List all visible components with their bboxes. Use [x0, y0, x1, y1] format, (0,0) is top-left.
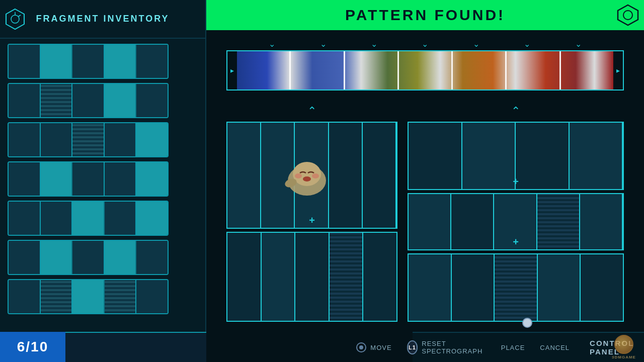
fragment-3-seg-4: [105, 123, 137, 156]
fragment-count-rest: [65, 332, 206, 362]
fragment-2-seg-2: [41, 84, 73, 117]
fragment-4-seg-2: [41, 162, 73, 196]
slot-rt-seg-1: [409, 123, 462, 189]
spec-arrow-4: ⌄: [422, 40, 428, 48]
svg-point-5: [623, 11, 632, 20]
fragment-4-seg-5: [136, 162, 168, 196]
slot-rb-seg-2: [452, 254, 495, 321]
watermark-logo: [614, 335, 633, 354]
slot-left-bottom[interactable]: [226, 232, 397, 322]
fragment-6-seg-5: [136, 241, 168, 274]
fragment-3-seg-5: [136, 123, 168, 156]
slot-lb-seg-3: [295, 233, 330, 321]
move-btn-circle[interactable]: [356, 342, 366, 352]
cancel-control: CANCEL: [540, 344, 570, 351]
fragment-6-seg-1: [9, 241, 41, 274]
slot-lb-seg-2: [262, 233, 296, 321]
slot-right-bottom[interactable]: [408, 253, 624, 322]
svg-point-9: [312, 173, 319, 178]
spec-dividers: [237, 51, 613, 89]
fragment-6-seg-4: [105, 241, 137, 274]
fragment-5-seg-2: [41, 202, 73, 235]
fragment-inventory-header: FRAGMENT INVENTORY: [0, 0, 205, 39]
watermark-text: 3DMGAME: [612, 355, 636, 359]
spec-div-2: [291, 51, 345, 89]
fragment-4-seg-3: [72, 162, 105, 196]
spec-div-7: [561, 51, 613, 89]
spectrograph-area: ⌄ ⌄ ⌄ ⌄ ⌄ ⌄ ⌄ ▸ ▸: [226, 40, 624, 96]
slot-lt-seg-4: [329, 123, 363, 228]
spec-div-3: [345, 51, 399, 89]
fragment-6-seg-2: [41, 241, 73, 274]
fragment-7-seg-2: [41, 280, 73, 313]
slot-rb-seg-5: [581, 254, 623, 321]
fragment-item-5[interactable]: [8, 201, 169, 236]
spec-arrow-3: ⌄: [371, 40, 377, 48]
fragment-2-seg-1: [9, 84, 41, 117]
fragment-1-seg-1: [9, 45, 41, 78]
slot-right-middle[interactable]: +: [408, 193, 624, 250]
slot-lb-seg-4: [330, 233, 364, 321]
slot-lb-seg-1: [227, 233, 262, 321]
fragment-count: 6/10: [17, 339, 49, 355]
fragment-1-seg-3: [72, 45, 105, 78]
fragment-3-seg-1: [9, 123, 41, 156]
slot-lt-seg-5: [363, 123, 396, 228]
fragment-item-1[interactable]: [8, 44, 169, 79]
slot-group-left: ⌃: [226, 106, 397, 322]
fragment-5-seg-3: [72, 202, 105, 235]
fragment-list: [0, 39, 205, 319]
slots-row: ⌃: [226, 106, 624, 322]
fragment-1-seg-2: [41, 45, 73, 78]
spectrograph-inner: [237, 51, 613, 89]
spec-arrow-5: ⌄: [473, 40, 479, 48]
slot-right-middle-add[interactable]: +: [513, 237, 519, 247]
fragment-7-seg-4: [105, 280, 137, 313]
main-panel: PATTERN FOUND! ⌄ ⌄ ⌄ ⌄ ⌄ ⌄ ⌄ ▸: [206, 0, 644, 362]
spec-arrow-2: ⌄: [320, 40, 327, 48]
fragment-2-seg-5: [136, 84, 168, 117]
fragment-item-6[interactable]: [8, 240, 169, 275]
svg-line-3: [18, 15, 21, 17]
slot-rt-seg-4: [570, 123, 623, 189]
fragment-5-seg-5: [136, 202, 168, 235]
slot-right-top-add[interactable]: +: [513, 176, 519, 187]
slot-rt-seg-2: [462, 123, 516, 189]
svg-point-8: [295, 173, 302, 178]
fragment-7-seg-5: [136, 280, 168, 313]
fragment-4-seg-1: [9, 162, 41, 196]
move-label: MOVE: [370, 344, 391, 351]
slot-right-top[interactable]: +: [408, 122, 624, 190]
fragment-2-seg-4: [105, 84, 137, 117]
spec-arrow-6: ⌄: [524, 40, 530, 48]
spec-div-5: [453, 51, 507, 89]
slot-group-right: ⌃ + +: [408, 106, 624, 322]
spec-right-arrow: ▸: [613, 51, 623, 89]
l1-btn[interactable]: L1: [407, 340, 418, 354]
fragment-item-2[interactable]: [8, 83, 169, 118]
pattern-found-bar: PATTERN FOUND!: [206, 0, 644, 30]
fragment-item-3[interactable]: [8, 122, 169, 157]
fragment-3-seg-2: [41, 123, 73, 156]
control-bar: MOVE L1 RESET SPECTROGRAPH PLACE CANCEL …: [413, 332, 644, 362]
slot-rm-seg-4: [537, 194, 580, 249]
slot-rb-seg-4: [538, 254, 581, 321]
reset-label: RESET SPECTROGRAPH: [422, 340, 486, 355]
fragment-item-7[interactable]: [8, 279, 169, 314]
fragment-6-seg-3: [72, 241, 105, 274]
fragment-count-box: 6/10: [0, 332, 65, 362]
slot-left-top[interactable]: +: [226, 122, 397, 229]
slot-left-top-add[interactable]: +: [309, 215, 315, 225]
fragment-1-seg-4: [105, 45, 137, 78]
place-control: PLACE: [501, 344, 525, 351]
fragment-item-4[interactable]: [8, 161, 169, 197]
place-label: PLACE: [501, 344, 525, 351]
spec-div-6: [507, 51, 560, 89]
svg-point-10: [303, 176, 311, 182]
fragment-inventory-title: FRAGMENT INVENTORY: [36, 14, 169, 24]
reset-control: L1 RESET SPECTROGRAPH: [407, 340, 486, 355]
fragment-2-seg-3: [72, 84, 105, 117]
fragment-7-seg-1: [9, 280, 41, 313]
spec-arrows-top: ⌄ ⌄ ⌄ ⌄ ⌄ ⌄ ⌄: [226, 40, 624, 48]
svg-marker-4: [618, 5, 638, 25]
